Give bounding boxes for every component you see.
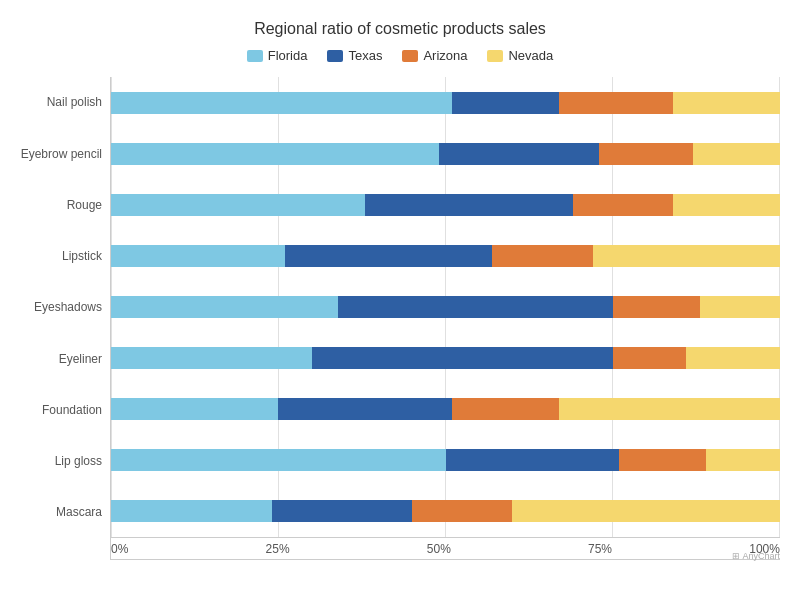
- bar-segment: [559, 398, 780, 420]
- x-tick: 75%: [588, 542, 612, 556]
- y-label: Nail polish: [20, 95, 110, 109]
- y-label: Mascara: [20, 505, 110, 519]
- bar-segment: [338, 296, 612, 318]
- y-label: Eyebrow pencil: [20, 147, 110, 161]
- y-label: Lipstick: [20, 249, 110, 263]
- y-label: Eyeshadows: [20, 300, 110, 314]
- bar-row: [111, 191, 780, 219]
- bar-row: [111, 446, 780, 474]
- bar-segment: [619, 449, 706, 471]
- legend-color: [327, 50, 343, 62]
- bar-segment: [312, 347, 613, 369]
- y-label: Rouge: [20, 198, 110, 212]
- bar-row: [111, 497, 780, 525]
- y-label: Eyeliner: [20, 352, 110, 366]
- x-tick: 0%: [111, 542, 128, 556]
- bar-segment: [412, 500, 512, 522]
- bar-segment: [111, 143, 439, 165]
- bar-segment: [365, 194, 572, 216]
- bar-segment: [111, 92, 452, 114]
- bar-segment: [613, 296, 700, 318]
- legend-item-florida: Florida: [247, 48, 308, 63]
- bar-segment: [111, 296, 338, 318]
- bar-segment: [452, 398, 559, 420]
- chart-plot: 0%25%50%75%100% ⊞ AnyChart: [110, 77, 780, 560]
- legend-color: [247, 50, 263, 62]
- y-axis: Nail polishEyebrow pencilRougeLipstickEy…: [20, 77, 110, 560]
- bar-segment: [673, 92, 780, 114]
- bar-segment: [559, 92, 673, 114]
- bar-segment: [111, 194, 365, 216]
- legend-item-nevada: Nevada: [487, 48, 553, 63]
- legend-label: Florida: [268, 48, 308, 63]
- legend-label: Arizona: [423, 48, 467, 63]
- bar-segment: [278, 398, 452, 420]
- y-label: Lip gloss: [20, 454, 110, 468]
- bar-segment: [512, 500, 780, 522]
- legend-label: Texas: [348, 48, 382, 63]
- bar-segment: [446, 449, 620, 471]
- bar-segment: [686, 347, 780, 369]
- bar-segment: [593, 245, 780, 267]
- x-tick: 25%: [266, 542, 290, 556]
- bar-segment: [111, 500, 272, 522]
- bar-row: [111, 89, 780, 117]
- bar-row: [111, 344, 780, 372]
- bar-segment: [111, 347, 312, 369]
- bar-segment: [452, 92, 559, 114]
- bar-row: [111, 242, 780, 270]
- bar-row: [111, 293, 780, 321]
- bar-row: [111, 140, 780, 168]
- bar-segment: [285, 245, 492, 267]
- bar-segment: [111, 449, 446, 471]
- bar-segment: [700, 296, 780, 318]
- x-tick: 50%: [427, 542, 451, 556]
- chart-title: Regional ratio of cosmetic products sale…: [20, 20, 780, 38]
- anychart-logo: ⊞ AnyChart: [732, 550, 780, 561]
- x-axis: 0%25%50%75%100% ⊞ AnyChart: [111, 537, 780, 559]
- bars-area: [111, 77, 780, 537]
- y-label: Foundation: [20, 403, 110, 417]
- bar-segment: [706, 449, 780, 471]
- bar-segment: [272, 500, 412, 522]
- bar-segment: [111, 398, 278, 420]
- bar-row: [111, 395, 780, 423]
- bar-segment: [693, 143, 780, 165]
- chart-container: Regional ratio of cosmetic products sale…: [0, 0, 800, 600]
- legend-item-texas: Texas: [327, 48, 382, 63]
- bar-segment: [599, 143, 693, 165]
- bar-segment: [573, 194, 673, 216]
- legend-label: Nevada: [508, 48, 553, 63]
- bar-segment: [111, 245, 285, 267]
- legend-color: [487, 50, 503, 62]
- legend: FloridaTexasArizonaNevada: [20, 48, 780, 63]
- bar-segment: [439, 143, 600, 165]
- bar-segment: [613, 347, 687, 369]
- bar-segment: [492, 245, 592, 267]
- legend-color: [402, 50, 418, 62]
- legend-item-arizona: Arizona: [402, 48, 467, 63]
- bar-segment: [673, 194, 780, 216]
- chart-body: Nail polishEyebrow pencilRougeLipstickEy…: [20, 77, 780, 560]
